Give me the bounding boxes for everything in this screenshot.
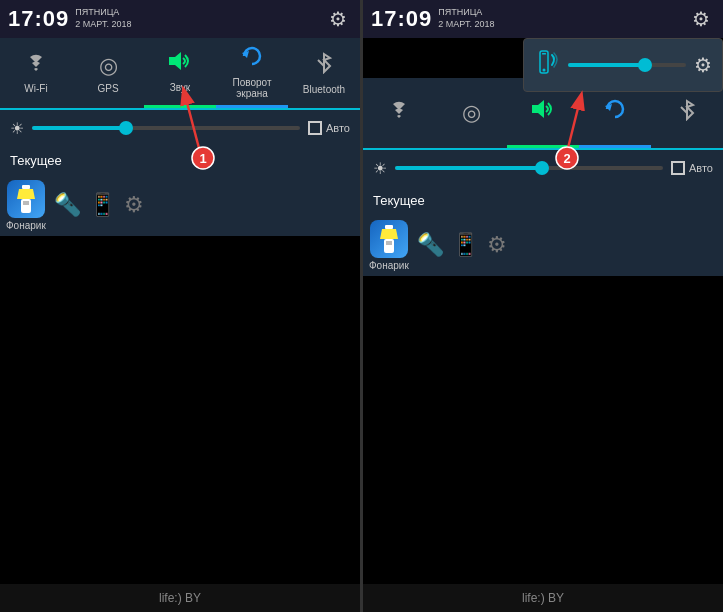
rotate-icon	[239, 45, 265, 73]
right-current-section: Текущее	[363, 186, 723, 214]
left-date: 2 МАРТ. 2018	[75, 19, 131, 31]
right-status-icons: ⚙	[687, 5, 715, 33]
right-bluetooth-icon	[676, 99, 698, 127]
right-phone-icon: 📱	[452, 232, 479, 258]
left-qs-rotate[interactable]: Поворот экрана	[216, 38, 288, 108]
left-sound-label: Звук	[170, 82, 191, 93]
left-status-bar: 17:09 ПЯТНИЦА 2 МАРТ. 2018 ⚙	[0, 0, 360, 38]
left-phone-icon: 📱	[89, 192, 116, 218]
left-status-icons: ⚙	[324, 5, 352, 33]
left-qs-gps[interactable]: ◎ GPS	[72, 38, 144, 108]
right-flashlight-icon	[370, 220, 408, 258]
volume-phone-icon	[534, 49, 560, 81]
left-bluetooth-label: Bluetooth	[303, 84, 345, 95]
right-current-label: Текущее	[373, 193, 425, 208]
right-brightness-slider[interactable]	[395, 166, 663, 170]
right-gps-icon: ◎	[462, 100, 481, 126]
right-panel: 17:09 ПЯТНИЦА 2 МАРТ. 2018 ⚙	[363, 0, 723, 612]
right-gear-icon: ⚙	[487, 232, 507, 258]
left-black-space	[0, 236, 360, 584]
left-status-info: ПЯТНИЦА 2 МАРТ. 2018	[75, 7, 131, 30]
svg-marker-0	[169, 52, 181, 70]
svg-marker-8	[532, 100, 544, 118]
right-flashlight-app[interactable]: Фонарик	[369, 220, 409, 271]
right-flashlight-label: Фонарик	[369, 260, 409, 271]
right-flashlight-icon2: 🔦	[417, 232, 444, 258]
left-current-section: Текущее	[0, 146, 360, 174]
volume-popup: ⚙	[523, 38, 723, 92]
svg-rect-5	[23, 201, 29, 205]
right-app-grid: Фонарик 🔦 📱 ⚙	[363, 214, 723, 276]
left-gps-label: GPS	[97, 83, 118, 94]
left-gear-icon: ⚙	[124, 192, 144, 218]
left-wifi-label: Wi-Fi	[24, 83, 47, 94]
right-settings-icon[interactable]: ⚙	[687, 5, 715, 33]
volume-slider-fill	[568, 63, 645, 67]
left-flashlight-label: Фонарик	[6, 220, 46, 231]
left-rotate-label: Поворот экрана	[218, 77, 286, 99]
right-qs-wifi[interactable]	[363, 78, 435, 148]
left-footer-text: life:) BY	[159, 591, 201, 605]
right-auto-box[interactable]	[671, 161, 685, 175]
left-day: ПЯТНИЦА	[75, 7, 131, 19]
svg-rect-13	[386, 241, 392, 245]
left-flashlight-icon2: 🔦	[54, 192, 81, 218]
left-flashlight-icon	[7, 180, 45, 218]
svg-marker-11	[380, 229, 398, 239]
right-day: ПЯТНИЦА	[438, 7, 494, 19]
left-app-grid: Фонарик 🔦 📱 ⚙	[0, 174, 360, 236]
right-black-space	[363, 276, 723, 584]
right-time: 17:09	[371, 6, 432, 32]
right-auto-label: Авто	[689, 162, 713, 174]
left-settings-icon[interactable]: ⚙	[324, 5, 352, 33]
gps-icon: ◎	[99, 53, 118, 79]
left-brightness-bar: ☀ Авто	[0, 110, 360, 146]
right-status-info: ПЯТНИЦА 2 МАРТ. 2018	[438, 7, 494, 30]
left-auto-label: Авто	[326, 122, 350, 134]
right-footer-text: life:) BY	[522, 591, 564, 605]
left-footer: life:) BY	[0, 584, 360, 612]
left-current-label: Текущее	[10, 153, 62, 168]
right-date: 2 МАРТ. 2018	[438, 19, 494, 31]
left-brightness-thumb	[119, 121, 133, 135]
right-status-bar: 17:09 ПЯТНИЦА 2 МАРТ. 2018 ⚙	[363, 0, 723, 38]
right-brightness-bar: ☀ Авто	[363, 150, 723, 186]
right-brightness-thumb	[535, 161, 549, 175]
svg-rect-7	[542, 53, 546, 55]
volume-slider-thumb	[638, 58, 652, 72]
right-auto-checkbox[interactable]: Авто	[671, 161, 713, 175]
right-brightness-fill	[395, 166, 542, 170]
left-auto-checkbox[interactable]: Авто	[308, 121, 350, 135]
left-qs-bluetooth[interactable]: Bluetooth	[288, 38, 360, 108]
volume-slider[interactable]	[568, 63, 686, 67]
left-brightness-fill	[32, 126, 126, 130]
left-qs-wifi[interactable]: Wi-Fi	[0, 38, 72, 108]
left-brightness-slider[interactable]	[32, 126, 300, 130]
left-auto-box[interactable]	[308, 121, 322, 135]
svg-marker-3	[17, 189, 35, 199]
left-qs-sound[interactable]: Звук	[144, 38, 216, 108]
right-rotate-icon	[602, 98, 628, 126]
svg-rect-2	[22, 185, 30, 189]
left-flashlight-app[interactable]: Фонарик	[6, 180, 46, 231]
sound-icon	[167, 50, 193, 78]
bluetooth-icon	[313, 52, 335, 80]
right-footer: life:) BY	[363, 584, 723, 612]
volume-gear-icon[interactable]: ⚙	[694, 53, 712, 77]
right-sound-icon	[530, 98, 556, 126]
right-brightness-icon: ☀	[373, 159, 387, 178]
svg-point-6	[543, 69, 546, 72]
svg-rect-10	[385, 225, 393, 229]
left-time: 17:09	[8, 6, 69, 32]
right-wifi-icon	[387, 100, 411, 126]
right-qs-gps[interactable]: ◎	[435, 78, 507, 148]
left-panel: 17:09 ПЯТНИЦА 2 МАРТ. 2018 ⚙ Wi-Fi	[0, 0, 360, 612]
wifi-icon	[24, 53, 48, 79]
left-quick-settings: Wi-Fi ◎ GPS Звук	[0, 38, 360, 110]
left-brightness-icon: ☀	[10, 119, 24, 138]
